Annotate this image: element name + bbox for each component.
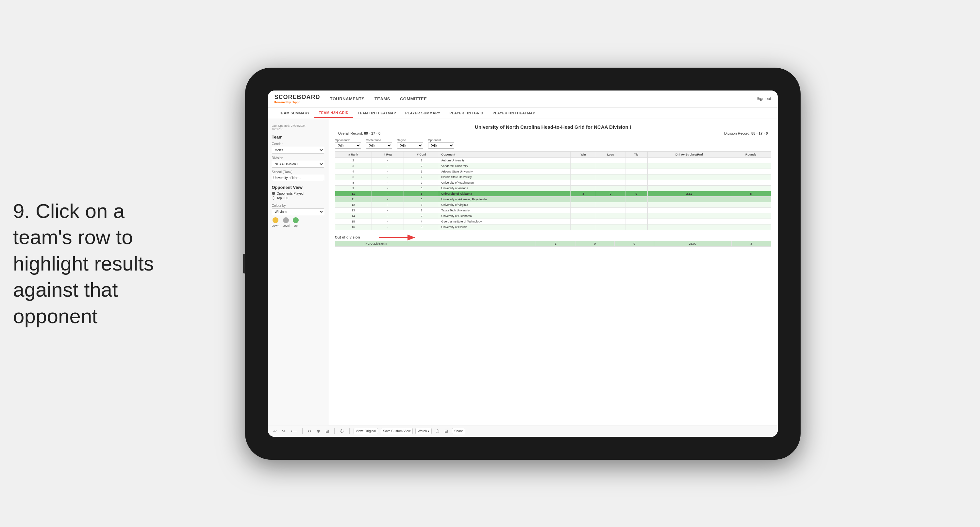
out-div-win: 1 <box>536 241 575 246</box>
table-row[interactable]: 15-4Georgia Institute of Technology <box>335 218 771 224</box>
colour-by-select[interactable]: Win/loss <box>272 209 324 215</box>
opponent-view: Opponent View Opponents Played Top 100 <box>272 185 324 200</box>
region-select[interactable]: (All) <box>397 142 423 149</box>
scissors-btn[interactable]: ✂ <box>307 428 313 434</box>
radio-opponents-played[interactable]: Opponents Played <box>272 192 324 195</box>
sub-nav-player-h2h-grid[interactable]: PLAYER H2H GRID <box>445 108 488 118</box>
out-of-division-section: Out of division NCAA Division II 1 0 0 2… <box>335 235 771 247</box>
out-of-division-label: Out of division <box>335 235 771 239</box>
nav-teams[interactable]: TEAMS <box>374 95 390 103</box>
tablet-frame: SCOREBOARD Powered by clippd TOURNAMENTS… <box>245 68 800 460</box>
col-rank: # Rank <box>335 151 372 158</box>
radio-dot-top100 <box>272 196 275 200</box>
out-of-division-table: NCAA Division II 1 0 0 26.00 3 <box>335 241 771 247</box>
sign-out: | Sign out <box>754 96 771 101</box>
legend-dot-down <box>272 217 278 223</box>
back-btn[interactable]: ⟵ <box>290 428 298 434</box>
table-row[interactable]: 6-2Florida State University <box>335 174 771 180</box>
share-icon[interactable]: ⬡ <box>434 428 441 434</box>
col-reg: # Reg <box>372 151 404 158</box>
division-select[interactable]: NCAA Division I <box>272 161 324 167</box>
sub-nav-team-h2h-grid[interactable]: TEAM H2H GRID <box>314 108 353 118</box>
col-win: Win <box>571 151 596 158</box>
logo-scoreboard: SCOREBOARD <box>275 94 320 100</box>
sub-nav-team-h2h-heatmap[interactable]: TEAM H2H HEATMAP <box>353 108 401 118</box>
outer-wrapper: 9. Click on a team's row to highlight re… <box>0 0 980 527</box>
out-div-diff: 26.00 <box>654 241 731 246</box>
table-row[interactable]: 2-1Auburn University <box>335 158 771 163</box>
legend: Down Level Up <box>272 217 324 228</box>
paste-btn[interactable]: ⊞ <box>324 428 330 434</box>
conference-filter: Conference (All) <box>366 139 392 149</box>
opponents-filter: Opponents: (All) <box>335 139 361 149</box>
legend-dot-up <box>293 217 299 223</box>
colour-by: Colour by Win/loss Down Level <box>272 204 324 228</box>
tablet-screen: SCOREBOARD Powered by clippd TOURNAMENTS… <box>268 91 778 437</box>
table-row[interactable]: 3-2Vanderbilt University <box>335 163 771 169</box>
redo-btn[interactable]: ↪ <box>281 428 287 434</box>
school-label: School (Rank) <box>272 170 324 174</box>
logo-area: SCOREBOARD Powered by clippd <box>275 94 320 104</box>
instruction-text: 9. Click on a team's row to highlight re… <box>13 197 183 330</box>
grid-title: University of North Carolina Head-to-Hea… <box>335 124 771 130</box>
col-loss: Loss <box>596 151 625 158</box>
nav-tournaments[interactable]: TOURNAMENTS <box>330 95 365 103</box>
opponents-select[interactable]: (All) <box>335 142 361 149</box>
main-content: Last Updated: 27/03/2024 16:55:38 Team G… <box>268 119 778 425</box>
table-row[interactable]: 14-2University of Oklahoma <box>335 213 771 218</box>
opponent-select[interactable]: (All) <box>428 142 454 149</box>
top-nav: SCOREBOARD Powered by clippd TOURNAMENTS… <box>268 91 778 107</box>
table-row[interactable]: 12-3University of Virginia <box>335 202 771 207</box>
table-row[interactable]: 11-5University of Alabama3002.618 <box>335 191 771 196</box>
h2h-table: # Rank # Reg # Conf Opponent Win Loss Ti… <box>335 151 771 230</box>
instruction-body: Click on a team's row to highlight resul… <box>13 199 154 327</box>
region-filter: Region (All) <box>397 139 423 149</box>
gender-select[interactable]: Men's <box>272 147 324 154</box>
save-custom-btn[interactable]: Save Custom View <box>381 428 413 434</box>
radio-dot-opponents <box>272 192 275 195</box>
view-original-btn[interactable]: View: Original <box>353 428 379 434</box>
out-div-label: NCAA Division II <box>363 241 536 246</box>
col-opponent: Opponent <box>439 151 571 158</box>
copy-btn[interactable]: ⊕ <box>315 428 321 434</box>
col-conf: # Conf <box>404 151 439 158</box>
table-row[interactable]: 16-3University of Florida <box>335 224 771 230</box>
out-div-loss: 0 <box>575 241 614 246</box>
nav-committee[interactable]: COMMITTEE <box>400 95 427 103</box>
table-row[interactable]: 13-1Texas Tech University <box>335 207 771 213</box>
table-row[interactable]: 4-1Arizona State University <box>335 169 771 174</box>
bottom-toolbar: ↩ ↪ ⟵ ✂ ⊕ ⊞ ⏱ View: Original Save Custom… <box>268 425 778 437</box>
colour-by-label: Colour by <box>272 204 324 207</box>
opponent-filter: Opponent (All) <box>428 139 454 149</box>
legend-down: Down <box>272 217 279 228</box>
sub-nav-player-summary[interactable]: PLAYER SUMMARY <box>401 108 445 118</box>
table-row[interactable]: 8-2University of Washington <box>335 180 771 185</box>
separator-3 <box>349 428 350 434</box>
out-div-rounds: 3 <box>732 241 771 246</box>
sub-nav-team-summary[interactable]: TEAM SUMMARY <box>275 108 314 118</box>
legend-up: Up <box>293 217 299 228</box>
table-row[interactable]: 11-6University of Arkansas, Fayetteville <box>335 196 771 202</box>
out-div-tie: 0 <box>615 241 654 246</box>
sidebar: Last Updated: 27/03/2024 16:55:38 Team G… <box>268 119 328 425</box>
out-of-division-row[interactable]: NCAA Division II 1 0 0 26.00 3 <box>335 241 771 246</box>
last-updated: Last Updated: 27/03/2024 16:55:38 <box>272 124 324 131</box>
radio-top100[interactable]: Top 100 <box>272 196 324 200</box>
grid-area: University of North Carolina Head-to-Hea… <box>328 119 778 425</box>
sub-nav: TEAM SUMMARY TEAM H2H GRID TEAM H2H HEAT… <box>268 107 778 119</box>
team-section-title: Team <box>272 135 324 140</box>
logo-powered: Powered by clippd <box>275 100 320 104</box>
conference-select[interactable]: (All) <box>366 142 392 149</box>
legend-level: Level <box>283 217 290 228</box>
grid-icon[interactable]: ⊞ <box>443 428 449 434</box>
opponent-view-label: Opponent View <box>272 185 324 190</box>
watch-btn[interactable]: Watch ▾ <box>415 428 432 434</box>
undo-btn[interactable]: ↩ <box>272 428 278 434</box>
grid-records: Overall Record: 89 - 17 - 0 Division Rec… <box>335 131 771 135</box>
table-row[interactable]: 9-3University of Arizona <box>335 185 771 191</box>
tablet-side-button <box>243 254 245 274</box>
sub-nav-player-h2h-heatmap[interactable]: PLAYER H2H HEATMAP <box>488 108 540 118</box>
share-btn[interactable]: Share <box>452 428 465 434</box>
step-number: 9. <box>13 199 30 222</box>
clock-btn[interactable]: ⏱ <box>339 428 345 434</box>
